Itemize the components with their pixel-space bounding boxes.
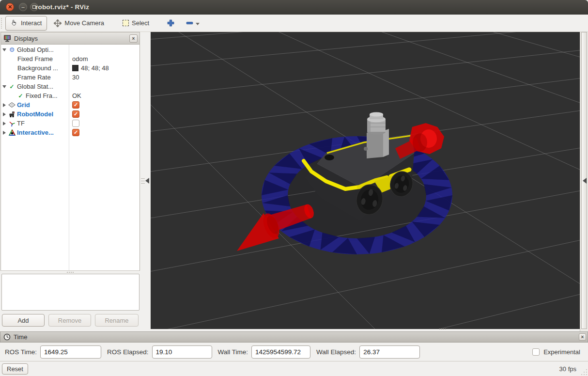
right-collapsed-panel[interactable] [580, 32, 588, 331]
grid-line [151, 32, 580, 42]
window-resize-grip[interactable] [581, 369, 587, 375]
ros-time-input[interactable] [40, 345, 101, 359]
splitter-grip[interactable] [141, 176, 145, 186]
hand-cursor-icon [11, 19, 18, 27]
viewport-bottom-grip[interactable] [439, 329, 446, 329]
expander-icon[interactable] [1, 131, 8, 135]
tree-row-interactive-markers[interactable]: Interactive... [1, 128, 139, 137]
interact-tool-button[interactable]: Interact [5, 16, 47, 31]
expander-icon[interactable] [1, 48, 8, 51]
ros-time-label: ROS Time: [5, 348, 37, 356]
collapse-right-arrow-icon[interactable] [583, 178, 587, 184]
tree-row-robotmodel[interactable]: RobotModel [1, 110, 139, 119]
displays-panel: Displays × ⚙ Global Opti... Fixed Frame [0, 32, 140, 331]
color-swatch [72, 65, 78, 71]
tool-dropdown-caret-icon[interactable] [196, 23, 200, 25]
displays-panel-buttons: Add Remove Rename [0, 314, 140, 327]
wall-time-input[interactable] [251, 345, 310, 359]
interactive-marker-icon [8, 129, 16, 136]
grid-line [151, 32, 580, 69]
robotmodel-checkbox[interactable] [72, 110, 79, 118]
tree-row-fixed-frame-status[interactable]: ✓ Fixed Fra... OK [1, 91, 139, 100]
rviz-window: ✕ – robot.rviz* - RViz Interact Move Cam… [0, 0, 588, 376]
left-splitter[interactable] [140, 32, 151, 331]
fixed-frame-value[interactable]: odom [69, 54, 88, 63]
mast-nub [364, 147, 368, 151]
window-title: robot.rviz* - RViz [35, 3, 89, 11]
rename-button[interactable]: Rename [95, 314, 139, 327]
displays-tree: ⚙ Global Opti... Fixed Frame odom Backgr… [0, 45, 140, 271]
displays-panel-icon [3, 35, 11, 42]
grid-line [151, 47, 580, 99]
window-minimize-button[interactable]: – [19, 3, 27, 11]
minus-icon [186, 19, 194, 27]
axes-icon [8, 120, 16, 127]
remove-button[interactable]: Remove [48, 314, 91, 327]
tree-row-tf[interactable]: TF [1, 119, 139, 128]
lidar-cap-top [370, 112, 383, 117]
time-panel-title: Time [14, 333, 27, 341]
expander-icon[interactable] [1, 112, 8, 116]
wall-elapsed-input[interactable] [359, 345, 420, 359]
displays-panel-close-button[interactable]: × [129, 34, 138, 43]
move-camera-tool-label: Move Camera [64, 19, 104, 27]
check-icon: ✓ [8, 83, 16, 90]
tree-row-global-options[interactable]: ⚙ Global Opti... [1, 45, 139, 54]
wall-elapsed-field: Wall Elapsed: [316, 345, 420, 359]
robot-icon [8, 111, 16, 118]
collapse-left-arrow-icon[interactable] [145, 178, 149, 184]
experimental-label: Experimental [543, 348, 580, 356]
plus-icon [167, 19, 175, 27]
ros-elapsed-input[interactable] [152, 345, 212, 359]
grid-line [151, 74, 580, 135]
3d-viewport[interactable] [151, 32, 580, 329]
display-description-area [1, 274, 139, 311]
select-tool-label: Select [132, 19, 149, 27]
gear-icon: ⚙ [8, 46, 16, 53]
interactive-markers-checkbox[interactable] [72, 129, 79, 136]
ros-time-field: ROS Time: [5, 345, 101, 359]
add-tool-button[interactable] [167, 19, 175, 27]
toolbar: Interact Move Camera Select [0, 15, 588, 32]
tree-row-grid[interactable]: Grid [1, 100, 139, 110]
toolbar-handle[interactable] [1, 18, 3, 29]
window-close-button[interactable]: ✕ [6, 3, 14, 11]
time-panel-close-button[interactable]: × [579, 333, 586, 341]
reset-button[interactable]: Reset [2, 363, 28, 375]
experimental-checkbox[interactable] [532, 348, 540, 356]
add-button[interactable]: Add [2, 314, 45, 327]
interact-tool-label: Interact [21, 19, 42, 27]
select-box-icon [123, 20, 129, 26]
status-bar: Reset 30 fps [0, 361, 588, 376]
expander-icon[interactable] [1, 85, 8, 88]
expander-icon[interactable] [1, 103, 8, 107]
tree-row-global-status[interactable]: ✓ Global Stat... [1, 82, 139, 91]
move-camera-tool-button[interactable]: Move Camera [49, 16, 109, 31]
displays-panel-header[interactable]: Displays × [0, 32, 140, 45]
remove-tool-button[interactable] [186, 19, 200, 27]
time-panel-header[interactable]: Time × [0, 331, 588, 343]
grid-line [151, 285, 580, 329]
wall-elapsed-label: Wall Elapsed: [316, 348, 356, 356]
tree-row-frame-rate[interactable]: Frame Rate 30 [1, 73, 139, 82]
grid-icon [8, 102, 16, 108]
3d-scene [151, 32, 580, 329]
main-area: Displays × ⚙ Global Opti... Fixed Frame [0, 32, 588, 331]
tf-checkbox[interactable] [72, 120, 79, 127]
expander-icon[interactable] [1, 122, 8, 125]
wall-time-label: Wall Time: [218, 348, 248, 356]
tree-row-background-color[interactable]: Background ... 48; 48; 48 [1, 63, 139, 73]
frame-rate-value[interactable]: 30 [69, 73, 79, 82]
clock-icon [3, 333, 11, 341]
displays-panel-title: Displays [14, 35, 38, 42]
tree-row-fixed-frame[interactable]: Fixed Frame odom [1, 54, 139, 63]
experimental-field: Experimental [532, 348, 588, 356]
select-tool-button[interactable]: Select [118, 16, 154, 31]
check-icon: ✓ [16, 93, 25, 99]
grid-checkbox[interactable] [72, 101, 79, 109]
background-color-value[interactable]: 48; 48; 48 [69, 63, 109, 73]
wall-time-field: Wall Time: [218, 345, 311, 359]
move-icon [54, 19, 62, 27]
title-bar[interactable]: ✕ – robot.rviz* - RViz [0, 0, 588, 15]
time-panel-body: ROS Time: ROS Elapsed: Wall Time: Wall E… [0, 343, 588, 361]
